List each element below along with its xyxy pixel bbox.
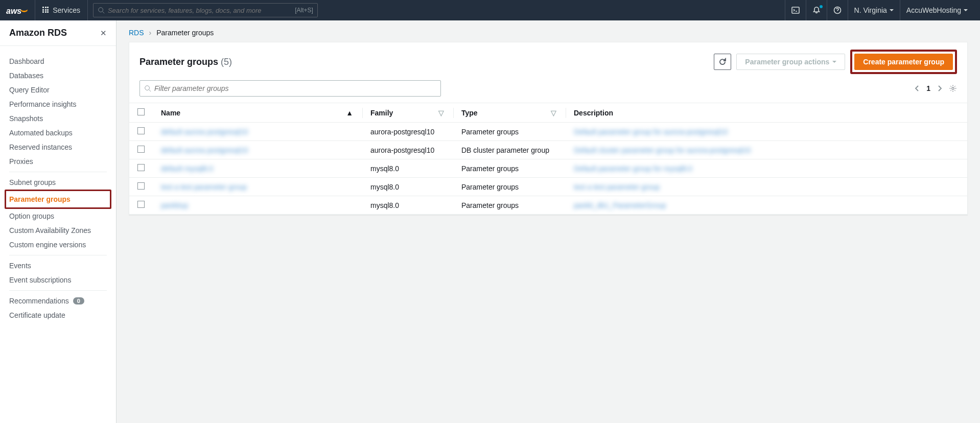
sidebar-item-option-groups[interactable]: Option groups: [9, 209, 107, 223]
chevron-down-icon: [832, 61, 836, 63]
row-checkbox[interactable]: [137, 127, 145, 134]
row-family: mysql8.0: [362, 178, 453, 196]
sort-icon: ▽: [438, 109, 444, 117]
row-type: Parameter groups: [453, 159, 566, 178]
sidebar-item-automated-backups[interactable]: Automated backups: [9, 126, 107, 140]
refresh-button[interactable]: [714, 54, 731, 70]
breadcrumb-root[interactable]: RDS: [129, 29, 144, 37]
close-icon[interactable]: ✕: [100, 29, 107, 38]
search-input[interactable]: [108, 7, 295, 14]
row-checkbox[interactable]: [137, 201, 145, 208]
row-checkbox[interactable]: [137, 164, 145, 171]
filter-input[interactable]: [154, 84, 436, 92]
sidebar-item-event-subscriptions[interactable]: Event subscriptions: [9, 273, 107, 287]
sidebar: Amazon RDS ✕ Dashboard Databases Query E…: [0, 20, 116, 423]
row-type: Parameter groups: [453, 178, 566, 196]
svg-point-0: [99, 8, 103, 12]
sidebar-item-recommendations[interactable]: Recommendations 0: [9, 294, 107, 308]
svg-line-1: [103, 12, 105, 14]
parameter-groups-table: Name▲ Family▽ Type▽ Description default …: [129, 103, 967, 215]
bell-icon: [812, 6, 821, 14]
help-button[interactable]: [827, 0, 848, 20]
panel-count: (5): [221, 57, 232, 67]
settings-icon[interactable]: [949, 84, 957, 92]
help-icon: [833, 6, 842, 14]
row-name[interactable]: test a test parameter group: [153, 178, 362, 196]
services-label: Services: [53, 6, 80, 14]
sort-icon: ▽: [551, 109, 556, 117]
row-name[interactable]: default aurora postgresql10: [153, 123, 362, 141]
select-all-checkbox[interactable]: [137, 108, 145, 115]
col-name[interactable]: Name▲: [153, 103, 362, 123]
search-icon: [98, 7, 105, 14]
top-navigation: aws⌣ Services [Alt+S] N. Virginia AccuWe…: [0, 0, 980, 20]
row-checkbox[interactable]: [137, 146, 145, 153]
col-type[interactable]: Type▽: [453, 103, 566, 123]
row-type: DB cluster parameter group: [453, 141, 566, 159]
sidebar-item-query-editor[interactable]: Query Editor: [9, 83, 107, 97]
cloudshell-button[interactable]: [785, 0, 806, 20]
aws-logo[interactable]: aws⌣: [6, 0, 35, 20]
parameter-group-actions-button[interactable]: Parameter group actions: [736, 54, 845, 70]
chevron-down-icon: [964, 9, 968, 11]
grid-icon: [42, 7, 50, 14]
col-family[interactable]: Family▽: [362, 103, 453, 123]
svg-point-4: [145, 86, 150, 90]
parameter-groups-panel: Parameter groups (5) Parameter group act…: [129, 42, 968, 215]
row-description: Default cluster parameter group for auro…: [566, 141, 967, 159]
notification-dot: [820, 5, 823, 8]
chevron-right-icon: ›: [149, 29, 152, 37]
create-button-highlight: Create parameter group: [850, 50, 957, 74]
filter-input-wrapper[interactable]: [139, 80, 441, 97]
col-description[interactable]: Description: [566, 103, 967, 123]
sidebar-item-dashboard[interactable]: Dashboard: [9, 54, 107, 68]
svg-line-5: [149, 90, 151, 92]
sidebar-item-proxies[interactable]: Proxies: [9, 154, 107, 169]
sidebar-item-databases[interactable]: Databases: [9, 68, 107, 83]
search-icon: [144, 85, 151, 92]
row-family: aurora-postgresql10: [362, 123, 453, 141]
create-parameter-group-button[interactable]: Create parameter group: [854, 54, 953, 70]
row-checkbox[interactable]: [137, 182, 145, 190]
refresh-icon: [718, 58, 727, 66]
account-label: AccuWebHosting: [906, 6, 961, 14]
table-row: default aurora postgresql10aurora-postgr…: [129, 123, 967, 141]
recommendations-badge: 0: [73, 297, 84, 304]
row-family: mysql8.0: [362, 196, 453, 215]
sidebar-item-snapshots[interactable]: Snapshots: [9, 111, 107, 126]
sidebar-item-events[interactable]: Events: [9, 258, 107, 273]
row-family: mysql8.0: [362, 159, 453, 178]
services-menu[interactable]: Services: [35, 0, 88, 20]
row-name[interactable]: default aurora postgresql10: [153, 141, 362, 159]
prev-page-icon[interactable]: [913, 84, 921, 92]
row-description: Default parameter group for mysql8.0: [566, 159, 967, 178]
sidebar-item-custom-az[interactable]: Custom Availability Zones: [9, 223, 107, 238]
table-row: default mysql8.0mysql8.0Parameter groups…: [129, 159, 967, 178]
table-row: test a test parameter groupmysql8.0Param…: [129, 178, 967, 196]
row-family: aurora-postgresql10: [362, 141, 453, 159]
page-number: 1: [926, 84, 930, 92]
global-search[interactable]: [Alt+S]: [93, 3, 318, 17]
search-shortcut: [Alt+S]: [295, 7, 313, 14]
notifications-button[interactable]: [806, 0, 827, 20]
next-page-icon[interactable]: [936, 84, 944, 92]
account-menu[interactable]: AccuWebHosting: [900, 0, 974, 20]
row-name[interactable]: pankitup: [153, 196, 362, 215]
sidebar-item-reserved-instances[interactable]: Reserved instances: [9, 140, 107, 154]
sidebar-item-subnet-groups[interactable]: Subnet groups: [9, 175, 107, 190]
svg-point-6: [952, 87, 954, 89]
terminal-icon: [791, 6, 800, 14]
sidebar-highlight: Parameter groups: [5, 190, 111, 209]
sidebar-item-performance-insights[interactable]: Performance insights: [9, 97, 107, 111]
row-description: test a test parameter group: [566, 178, 967, 196]
chevron-down-icon: [890, 9, 894, 11]
row-type: Parameter groups: [453, 123, 566, 141]
region-label: N. Virginia: [854, 6, 887, 14]
sidebar-item-custom-engine[interactable]: Custom engine versions: [9, 238, 107, 252]
sidebar-item-parameter-groups[interactable]: Parameter groups: [9, 192, 107, 206]
row-name[interactable]: default mysql8.0: [153, 159, 362, 178]
region-selector[interactable]: N. Virginia: [848, 0, 900, 20]
sidebar-item-certificate-update[interactable]: Certificate update: [9, 308, 107, 322]
sort-asc-icon: ▲: [346, 109, 353, 117]
breadcrumb-current: Parameter groups: [156, 29, 214, 37]
